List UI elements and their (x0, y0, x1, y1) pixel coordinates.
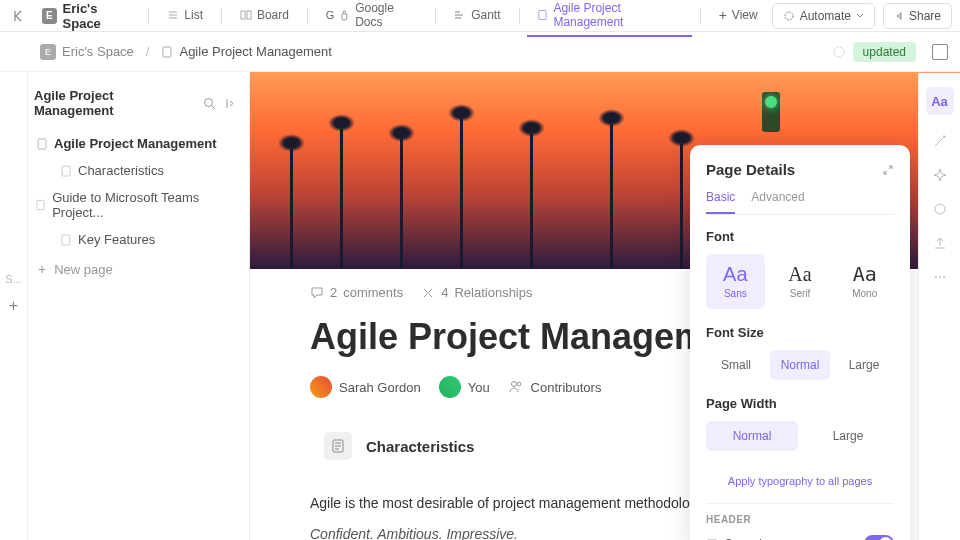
svg-point-18 (935, 276, 937, 278)
page-width-label: Page Width (706, 396, 894, 411)
svg-point-8 (205, 98, 213, 106)
chevron-down-icon (856, 12, 864, 20)
collapse-tree-icon[interactable] (224, 97, 237, 110)
breadcrumb-space[interactable]: Eric's Space (62, 44, 134, 59)
svg-point-4 (785, 12, 793, 20)
svg-rect-1 (247, 11, 251, 19)
svg-rect-0 (241, 11, 245, 19)
svg-rect-5 (163, 47, 171, 57)
svg-point-13 (511, 382, 516, 387)
space-chip[interactable]: E Eric's Space (34, 0, 140, 35)
svg-rect-2 (342, 13, 347, 19)
sidebar-title: Agile Project Management (34, 88, 195, 118)
panel-title: Page Details (706, 161, 795, 178)
author-you[interactable]: You (439, 376, 490, 398)
svg-point-19 (939, 276, 941, 278)
comments-button[interactable]: 2 comments (310, 285, 403, 300)
width-normal-option[interactable]: Normal (706, 421, 798, 451)
avatar (310, 376, 332, 398)
layout-toggle-button[interactable] (932, 44, 948, 60)
breadcrumb-bar: E Eric's Space / Agile Project Managemen… (0, 32, 960, 72)
svg-point-20 (943, 276, 945, 278)
relationship-icon (421, 286, 435, 300)
share-button[interactable]: Share (883, 3, 952, 29)
tab-google-docs[interactable]: G Google Docs (316, 0, 427, 37)
doc-icon (60, 234, 72, 246)
expand-panel-button[interactable] (882, 164, 894, 176)
svg-point-6 (834, 47, 844, 57)
subpage-characteristics[interactable]: Characteristics (310, 422, 488, 470)
doc-icon (161, 46, 173, 58)
tree-item-characteristics[interactable]: Characteristics (0, 157, 249, 184)
author-sarah[interactable]: Sarah Gordon (310, 376, 421, 398)
right-rail: Aa (918, 73, 960, 540)
tab-list[interactable]: List (157, 2, 213, 30)
font-size-label: Font Size (706, 325, 894, 340)
tree-item-teams-guide[interactable]: Guide to Microsoft Teams Project... (0, 184, 249, 226)
svg-rect-12 (62, 235, 70, 245)
collapse-sidebar-button[interactable] (8, 5, 30, 27)
comment-icon (310, 286, 324, 300)
sync-icon (831, 44, 847, 60)
automate-button[interactable]: Automate (772, 3, 875, 29)
top-toolbar: E Eric's Space List Board G Google Docs … (0, 0, 960, 32)
svg-rect-3 (539, 10, 546, 19)
cover-image-label: Cover image (724, 537, 792, 541)
rail-item[interactable]: S... (5, 273, 22, 285)
magic-wand-icon[interactable] (932, 133, 948, 149)
contributors-button[interactable]: Contributors (508, 379, 602, 395)
typography-rail-button[interactable]: Aa (926, 87, 954, 115)
new-page-button[interactable]: + New page (0, 253, 249, 285)
panel-tab-basic[interactable]: Basic (706, 190, 735, 214)
chat-icon[interactable] (932, 201, 948, 217)
export-icon[interactable] (932, 235, 948, 251)
font-serif-option[interactable]: Aa Serif (771, 254, 830, 309)
tab-gantt[interactable]: Gantt (444, 2, 510, 30)
people-icon (508, 379, 524, 395)
size-large-option[interactable]: Large (834, 350, 894, 380)
panel-tab-advanced[interactable]: Advanced (751, 190, 804, 214)
relationships-button[interactable]: 4 Relationships (421, 285, 532, 300)
tab-agile-doc[interactable]: Agile Project Management (527, 0, 691, 37)
space-avatar: E (42, 8, 57, 24)
apply-typography-link[interactable]: Apply typography to all pages (706, 467, 894, 495)
width-large-option[interactable]: Large (802, 421, 894, 451)
breadcrumb-space-avatar: E (40, 44, 56, 60)
more-icon[interactable] (932, 269, 948, 285)
svg-point-17 (935, 204, 945, 214)
doc-icon (324, 432, 352, 460)
avatar (439, 376, 461, 398)
status-badge: updated (853, 42, 916, 62)
tree-item-key-features[interactable]: Key Features (0, 226, 249, 253)
doc-icon (36, 138, 48, 150)
breadcrumb-page[interactable]: Agile Project Management (179, 44, 331, 59)
add-item-button[interactable]: + (9, 297, 18, 315)
header-section-label: HEADER (706, 514, 894, 525)
font-mono-option[interactable]: Aa Mono (835, 254, 894, 309)
far-left-rail: S... + (0, 73, 28, 540)
svg-point-14 (517, 382, 521, 386)
page-details-panel: Page Details Basic Advanced Font Aa Sans… (690, 145, 910, 540)
space-name: Eric's Space (63, 1, 133, 31)
add-view-button[interactable]: + View (709, 1, 768, 31)
svg-rect-9 (38, 139, 46, 149)
size-small-option[interactable]: Small (706, 350, 766, 380)
svg-rect-10 (62, 166, 70, 176)
tab-board[interactable]: Board (230, 2, 299, 30)
doc-icon (35, 199, 46, 211)
font-sans-option[interactable]: Aa Sans (706, 254, 765, 309)
svg-rect-11 (37, 200, 44, 209)
page-tree-sidebar: Agile Project Management Agile Project M… (0, 72, 250, 540)
font-section-label: Font (706, 229, 894, 244)
tree-item-agile[interactable]: Agile Project Management (0, 130, 249, 157)
size-normal-option[interactable]: Normal (770, 350, 830, 380)
cover-image-toggle[interactable] (864, 535, 894, 540)
search-icon[interactable] (203, 97, 216, 110)
doc-icon (60, 165, 72, 177)
sparkle-icon[interactable] (932, 167, 948, 183)
